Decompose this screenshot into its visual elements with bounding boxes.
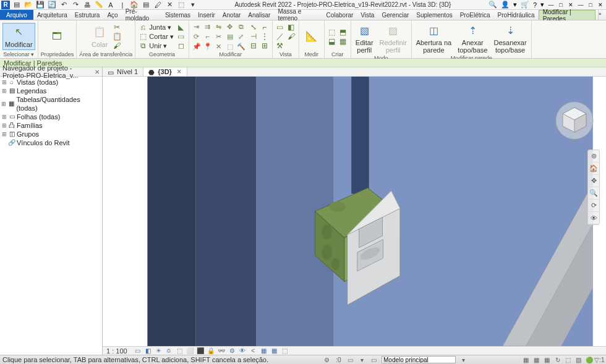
cart-icon[interactable]: 🛒: [521, 1, 529, 9]
group-icon[interactable]: ⬚: [225, 42, 235, 51]
inner-minimize-button[interactable]: —: [547, 1, 555, 9]
tree-grupos[interactable]: ⊞◫Grupos: [0, 130, 102, 138]
match-button[interactable]: 🖌: [112, 41, 122, 50]
browser-close-icon[interactable]: ✕: [95, 69, 100, 75]
tab-suplementos[interactable]: Suplementos: [412, 10, 456, 20]
align-icon[interactable]: ⇥: [192, 22, 202, 31]
tab-vista[interactable]: Vista: [357, 10, 378, 20]
create4-icon[interactable]: ▦: [338, 36, 348, 46]
tab-premoldado[interactable]: Pré-moldado: [122, 10, 161, 20]
create2-icon[interactable]: ⬒: [338, 27, 348, 37]
qat-sync-icon[interactable]: 🔄: [48, 1, 56, 9]
vc-reveal-icon[interactable]: 👁: [239, 347, 247, 355]
unpin-icon[interactable]: 📍: [203, 42, 213, 51]
abertura-button[interactable]: ◫ Abertura na parede: [414, 22, 453, 55]
status-wsicon[interactable]: ▭: [346, 356, 354, 363]
status-model-drop-icon[interactable]: ▾: [459, 356, 467, 363]
tree-folhas[interactable]: ⊞▭Folhas (todas): [0, 112, 102, 121]
qat-measure-icon[interactable]: 📏: [95, 1, 103, 9]
geom-extra-1[interactable]: ◣: [176, 23, 186, 32]
qat-dropdown-icon[interactable]: ▾: [189, 1, 197, 9]
qat-print-icon[interactable]: 🖶: [83, 1, 92, 9]
paint-icon[interactable]: 🖌: [286, 32, 296, 41]
redefinir-perfil-button[interactable]: ▨ Redefinir perfil: [378, 22, 409, 55]
mirror-icon[interactable]: ⇋: [214, 22, 224, 31]
anexar-button[interactable]: ⇡ Anexar topo/base: [456, 22, 489, 55]
create3-icon[interactable]: ⬓: [327, 36, 337, 46]
vc-shadow-icon[interactable]: ⛭: [165, 347, 173, 355]
tree-vistas[interactable]: ⊞⌂Vistas (todas): [0, 78, 102, 87]
vc-hide-icon[interactable]: 👓: [218, 347, 226, 355]
create1-icon[interactable]: ⬚: [327, 27, 337, 37]
vc-grid1-icon[interactable]: ▦: [260, 347, 268, 355]
pin-icon[interactable]: 📌: [192, 42, 202, 51]
qat-open-icon[interactable]: 📂: [24, 1, 33, 9]
propriedades-button[interactable]: 🗔: [47, 27, 67, 46]
nav-pan-icon[interactable]: ✥: [588, 175, 599, 187]
vc-crop-icon[interactable]: ⬜: [186, 347, 194, 355]
rotate-icon[interactable]: ⟳: [192, 32, 202, 41]
status-select2-icon[interactable]: ▦: [532, 356, 540, 363]
qat-save-icon[interactable]: 💾: [36, 1, 45, 9]
move-icon[interactable]: ✥: [225, 22, 235, 31]
tab-aco[interactable]: Aço: [103, 10, 121, 20]
nav-home-icon[interactable]: 🏠: [588, 163, 599, 175]
viewtab-close-icon[interactable]: ✕: [177, 69, 182, 75]
vc-crop2-icon[interactable]: ⬛: [197, 347, 205, 355]
qat-redo-icon[interactable]: ↷: [71, 1, 80, 9]
tab-colaborar[interactable]: Colaborar: [322, 10, 357, 20]
demolish-icon[interactable]: 🔨: [236, 42, 246, 51]
vc-render-icon[interactable]: ⬚: [176, 347, 184, 355]
nav-look-icon[interactable]: 👁: [588, 212, 599, 224]
view-cube[interactable]: [555, 101, 594, 140]
cortar-button[interactable]: ⬚Cortar ▾: [138, 32, 174, 41]
tab-sistemas[interactable]: Sistemas: [161, 10, 194, 20]
view-canvas[interactable]: ⊚ 🏠 ✥ 🔍 ⟳ 👁: [103, 77, 606, 346]
tab-proeletrica[interactable]: ProElétrica: [456, 10, 494, 20]
vc-detail-icon[interactable]: ▭: [134, 347, 142, 355]
tab-arquitetura[interactable]: Arquitetura: [33, 10, 71, 20]
tab-gerenciar[interactable]: Gerenciar: [378, 10, 412, 20]
tab-prohidraulica[interactable]: ProHidráulica: [494, 10, 539, 20]
unir-button[interactable]: ⧉Unir ▾: [138, 41, 174, 50]
help-dropdown-icon[interactable]: ▾: [540, 1, 544, 9]
qat-switch-icon[interactable]: ⬚: [177, 1, 186, 9]
inner-maximize-button[interactable]: □: [557, 1, 565, 9]
tree-familias[interactable]: ⊞凸Famílias: [0, 121, 102, 130]
vc-box-icon[interactable]: ⬚: [281, 347, 289, 355]
delete-icon[interactable]: ✕: [214, 42, 224, 51]
split-icon[interactable]: ✂: [214, 32, 224, 41]
status-wsdrop-icon[interactable]: ▾: [358, 356, 366, 363]
gap-icon[interactable]: ⊟: [249, 41, 258, 51]
help-icon[interactable]: ?: [533, 1, 537, 9]
trim2-icon[interactable]: ⊣: [249, 32, 258, 41]
qat-undo-icon[interactable]: ↶: [59, 1, 68, 9]
nav-zoom-icon[interactable]: 🔍: [588, 187, 599, 200]
tab-inserir[interactable]: Inserir: [194, 10, 219, 20]
qat-text-icon[interactable]: A: [106, 1, 115, 9]
medir-button[interactable]: 📐: [302, 27, 322, 46]
copy2-icon[interactable]: ⧉: [236, 22, 246, 31]
extend-icon[interactable]: ⤡: [249, 22, 258, 32]
tab-analisar[interactable]: Analisar: [244, 10, 274, 20]
user-icon[interactable]: 👤: [501, 1, 510, 9]
view-scale[interactable]: 1 : 100: [106, 347, 127, 355]
status-select5-icon[interactable]: ⬚: [564, 356, 572, 363]
tree-legendas[interactable]: ⊞▤Legendas: [0, 87, 102, 95]
workset-input[interactable]: [382, 356, 456, 363]
viewtab-nivel1[interactable]: ▭ Nível 1: [103, 67, 143, 76]
vc-style-icon[interactable]: ◧: [144, 347, 152, 355]
inner-close-button[interactable]: ✕: [566, 1, 575, 9]
file-tab[interactable]: Arquivo: [0, 10, 33, 20]
status-select4-icon[interactable]: ↻: [553, 356, 561, 363]
tree-vinculos[interactable]: 🔗Vínculos do Revit: [0, 138, 102, 147]
override-icon[interactable]: ◧: [286, 22, 296, 32]
qat-menu-icon[interactable]: ▤: [12, 1, 21, 9]
status-select7-icon[interactable]: 🟢: [585, 356, 593, 363]
colar-button[interactable]: 📋 Colar: [90, 23, 109, 50]
signin-dropdown-icon[interactable]: ▾: [513, 1, 517, 9]
minimize-button[interactable]: —: [576, 1, 585, 9]
copy-button[interactable]: 📋: [112, 32, 122, 41]
editar-perfil-button[interactable]: ▧ Editar perfil: [354, 22, 375, 55]
desanexar-button[interactable]: ⇣ Desanexar topo/base: [492, 22, 528, 55]
